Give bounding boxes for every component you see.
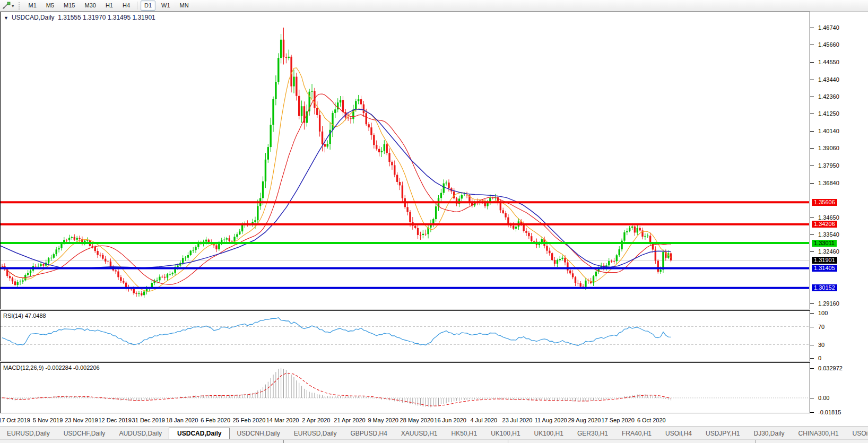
macd-signal-line [2, 373, 671, 406]
chart-tab-usdjpy-14[interactable]: USDJPY,H1 [699, 428, 747, 439]
macd-tick-label: 0.00 [818, 395, 829, 401]
chart-tab-audusd-2[interactable]: AUDUSD,Daily [112, 428, 169, 439]
toolbar-separator [137, 2, 137, 10]
price-tick-label: 1.34650 [818, 214, 839, 221]
macd-panel[interactable] [0, 362, 810, 413]
axis-tick-mark [810, 251, 814, 252]
timeframe-button-m1[interactable]: M1 [25, 1, 40, 11]
collapse-triangle-icon[interactable]: ▼ [4, 15, 8, 21]
chart-tab-hk50-8[interactable]: HK50,H1 [445, 428, 484, 439]
crosshair-tool-icon[interactable] [2, 2, 11, 10]
date-tick-label: 5 Nov 2019 [33, 417, 63, 423]
timeframe-button-m30[interactable]: M30 [81, 1, 100, 11]
date-tick-label: 17 Oct 2019 [0, 417, 30, 423]
chart-tab-usoil-13[interactable]: USOil,H4 [658, 428, 699, 439]
axis-tick-mark [810, 345, 814, 345]
price-tick-label: 1.36840 [818, 180, 839, 186]
price-tick-label: 1.42360 [818, 93, 839, 100]
price-level-badge: 1.34206 [812, 221, 837, 228]
date-tick-label: 6 Feb 2020 [201, 417, 230, 423]
candlesticks [1, 28, 672, 298]
rsi-label: RSI(14) 47.0488 [3, 312, 46, 319]
price-level-badge: 1.35606 [812, 199, 837, 206]
axis-tick-mark [810, 45, 814, 45]
axis-tick-mark [810, 114, 814, 114]
axis-tick-mark [810, 62, 814, 63]
date-tick-label: 17 Sep 2020 [601, 417, 634, 423]
chart-tab-xauusd-7[interactable]: XAUUSD,H1 [394, 428, 445, 439]
price-level-badge: 1.30152 [812, 284, 837, 291]
timeframe-button-m5[interactable]: M5 [42, 1, 58, 11]
price-tick-label: 1.40140 [818, 128, 839, 134]
date-tick-label: 9 May 2020 [368, 417, 398, 423]
axis-tick-mark [810, 131, 814, 132]
axis-tick-mark [810, 303, 814, 304]
chart-ohlc-values: 1.31555 1.31970 1.31495 1.31901 [58, 14, 155, 21]
price-tick-label: 1.43440 [818, 76, 839, 83]
price-tick-label: 1.32460 [818, 248, 839, 255]
date-tick-label: 23 Jul 2020 [502, 417, 533, 423]
date-tick-label: 25 Feb 2020 [233, 417, 266, 423]
timeframe-button-w1[interactable]: W1 [158, 1, 174, 11]
chart-tab-fra40-12[interactable]: FRA40,H1 [615, 428, 658, 439]
chart-title: ▼USDCAD,Daily 1.31555 1.31970 1.31495 1.… [4, 14, 155, 21]
toolbar-grip[interactable] [19, 2, 20, 10]
axis-tick-mark [810, 166, 814, 166]
rsi-tick-label: 0 [818, 355, 821, 361]
main-chart-canvas [1, 12, 809, 309]
chart-tab-uk100-10[interactable]: UK100,H1 [527, 428, 570, 439]
slow-ma-line [1, 109, 671, 269]
chart-window [0, 12, 868, 427]
rsi-canvas [1, 311, 809, 361]
chart-tab-eurusd-0[interactable]: EURUSD,Daily [0, 428, 57, 439]
chart-tab-uk100-9[interactable]: UK100,H1 [484, 428, 527, 439]
date-tick-label: 4 Jul 2020 [470, 417, 497, 423]
price-tick-label: 1.44550 [818, 59, 839, 65]
chart-tab-usdcad-3[interactable]: USDCAD,Daily [169, 428, 230, 439]
timeframe-button-mn[interactable]: MN [176, 1, 193, 11]
rsi-tick-label: 70 [818, 324, 824, 330]
chart-symbol-label: USDCAD,Daily [12, 14, 55, 21]
date-tick-label: 6 Oct 2020 [637, 417, 666, 423]
axis-tick-mark [810, 218, 814, 218]
price-tick-label: 1.46740 [818, 24, 839, 31]
date-tick-label: 16 Jun 2020 [434, 417, 466, 423]
macd-tick-label: -0.01815 [818, 409, 841, 415]
price-tick-label: 1.41250 [818, 110, 839, 117]
chart-tab-china300-16[interactable]: CHINA300,H1 [792, 428, 846, 439]
chart-tab-gbpusd-6[interactable]: GBPUSD,H4 [343, 428, 394, 439]
chart-tab-ger30-11[interactable]: GER30,H1 [570, 428, 615, 439]
axis-tick-mark [810, 358, 814, 359]
chart-tab-usoil-17[interactable]: USOil,H1 [846, 428, 868, 439]
date-tick-label: 18 Jan 2020 [166, 417, 198, 423]
macd-canvas [1, 363, 809, 413]
rsi-line [2, 318, 671, 346]
date-tick-label: 23 Nov 2019 [65, 417, 98, 423]
date-tick-label: 12 Dec 2019 [98, 417, 131, 423]
date-tick-label: 29 Aug 2020 [568, 417, 601, 423]
axis-tick-mark [810, 234, 814, 235]
top-toolbar: ▾ M1M5M15M30H1H4D1W1MN [0, 0, 868, 12]
axis-tick-mark [810, 97, 814, 97]
price-tick-label: 1.45660 [818, 41, 839, 48]
axis-tick-mark [810, 313, 814, 314]
timeframe-button-h4[interactable]: H4 [119, 1, 134, 11]
chart-tab-dj30-15[interactable]: DJ30,Daily [747, 428, 792, 439]
date-tick-label: 11 Aug 2020 [535, 417, 567, 423]
price-tick-label: 1.33540 [818, 231, 839, 238]
rsi-panel[interactable] [0, 310, 810, 361]
chart-tab-usdchf-1[interactable]: USDCHF,Daily [57, 428, 112, 439]
main-chart-panel[interactable] [0, 12, 810, 309]
timeframe-button-d1[interactable]: D1 [141, 1, 155, 11]
chart-tab-usdcnh-4[interactable]: USDCNH,Daily [230, 428, 287, 439]
timeframe-button-m15[interactable]: M15 [60, 1, 79, 11]
chart-tab-eurusd-5[interactable]: EURUSD,Daily [287, 428, 344, 439]
dropdown-caret-icon[interactable]: ▾ [12, 3, 14, 8]
date-tick-label: 31 Dec 2019 [132, 417, 165, 423]
rsi-tick-label: 100 [818, 310, 828, 316]
timeframe-button-h1[interactable]: H1 [102, 1, 117, 11]
price-level-badge: 1.31405 [812, 265, 837, 272]
price-tick-label: 1.29160 [818, 300, 839, 307]
status-strip [0, 439, 868, 443]
date-tick-label: 28 May 2020 [400, 417, 434, 423]
